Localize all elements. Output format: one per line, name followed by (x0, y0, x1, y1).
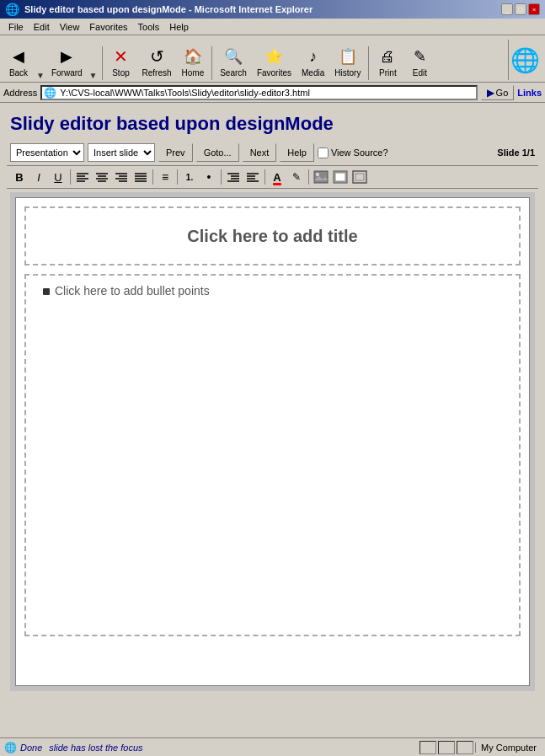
maximize-button[interactable]: □ (515, 3, 526, 15)
italic-button[interactable]: I (29, 168, 48, 186)
slide-info: Slide 1/1 (497, 147, 535, 158)
bold-button[interactable]: B (10, 168, 29, 186)
favorites-button[interactable]: ⭐ Favorites (253, 38, 296, 80)
format-toolbar: B I U ≡ 1. • A ✎ (7, 165, 538, 189)
status-bar: 🌐 Done slide has lost the focus My Compu… (0, 737, 545, 756)
stop-button[interactable]: ✕ Stop (106, 38, 136, 80)
edit-button[interactable]: ✎ Edit (404, 38, 435, 80)
next-button[interactable]: Next (243, 143, 277, 162)
close-button[interactable]: × (528, 3, 540, 15)
img2-button[interactable] (331, 168, 350, 186)
links-button[interactable]: Links (517, 88, 542, 98)
fmt-sep-3 (177, 169, 178, 185)
prev-button[interactable]: Prev (158, 143, 193, 162)
fmt-sep-5 (264, 169, 265, 185)
align-right-icon (115, 172, 127, 182)
back-button[interactable]: ◀ Back (3, 38, 34, 80)
indent-button[interactable] (224, 168, 243, 186)
menu-view[interactable]: View (55, 20, 85, 34)
status-indicators (419, 741, 473, 754)
history-icon: 📋 (338, 46, 358, 67)
window-controls: _ □ × (501, 3, 540, 15)
menu-help[interactable]: Help (164, 20, 194, 34)
status-done: Done (20, 743, 42, 753)
refresh-button[interactable]: ↺ Refresh (138, 38, 176, 80)
img3-button[interactable] (350, 168, 369, 186)
svg-rect-30 (355, 174, 364, 180)
minimize-button[interactable]: _ (501, 3, 513, 15)
slide-content-box[interactable]: Click here to add bullet points (24, 274, 521, 636)
title-bar: 🌐 Slidy editor based upon designMode - M… (0, 0, 545, 19)
back-arrow[interactable]: ▼ (35, 71, 45, 80)
status-ind-2 (438, 741, 455, 754)
slide-area[interactable]: Click here to add title Click here to ad… (15, 197, 530, 686)
view-source-checkbox-label[interactable]: View Source? (318, 147, 388, 158)
home-button[interactable]: 🏠 Home (178, 38, 209, 80)
justify-icon (135, 172, 147, 182)
history-button[interactable]: 📋 History (330, 38, 365, 80)
hr-button[interactable]: ≡ (156, 168, 174, 186)
align-center-button[interactable] (93, 168, 111, 186)
fmt-sep-4 (221, 169, 222, 185)
address-label: Address (3, 88, 37, 98)
fmt-sep-2 (152, 169, 153, 185)
help-button[interactable]: Help (280, 143, 314, 162)
go-button[interactable]: ▶ Go (481, 85, 515, 100)
image3-icon (352, 170, 367, 184)
address-input[interactable]: 🌐 Y:\CVS-local\WWW\Talks\Tools\Slidy\edi… (40, 85, 477, 100)
ordered-list-button[interactable]: 1. (180, 168, 199, 186)
status-ind-3 (457, 741, 473, 754)
insert-slide-select[interactable]: Insert slide (88, 143, 155, 162)
ie-toolbar: ◀ Back ▼ ▶ Forward ▼ ✕ Stop ↺ Refresh 🏠 … (0, 35, 545, 83)
print-button[interactable]: 🖨 Print (372, 38, 403, 80)
svg-rect-28 (335, 173, 345, 181)
svg-rect-24 (314, 171, 328, 183)
slide-editor: Click here to add title Click here to ad… (10, 192, 535, 691)
menu-favorites[interactable]: Favorites (84, 20, 132, 34)
menu-tools[interactable]: Tools (133, 20, 165, 34)
view-source-label: View Source? (331, 147, 388, 158)
unordered-list-button[interactable]: • (200, 168, 218, 186)
toolbar-sep-3 (368, 46, 369, 80)
outdent-button[interactable] (243, 168, 262, 186)
highlight-button[interactable]: ✎ (287, 168, 306, 186)
status-zone: My Computer (475, 743, 542, 753)
slide-title-placeholder[interactable]: Click here to add title (187, 227, 357, 246)
bullet-dot (43, 288, 50, 295)
justify-button[interactable] (131, 168, 150, 186)
search-button[interactable]: 🔍 Search (216, 38, 251, 80)
img1-button[interactable] (312, 168, 330, 186)
media-button[interactable]: ♪ Media (297, 38, 329, 80)
goto-button[interactable]: Goto... (196, 143, 239, 162)
go-arrow-icon: ▶ (487, 87, 494, 99)
window-title: Slidy editor based upon designMode - Mic… (24, 4, 313, 14)
address-value: Y:\CVS-local\WWW\Talks\Tools\Slidy\edito… (60, 88, 309, 98)
view-source-checkbox[interactable] (318, 147, 329, 158)
media-icon: ♪ (303, 46, 323, 67)
forward-arrow[interactable]: ▼ (88, 71, 99, 80)
forward-icon: ▶ (56, 46, 77, 67)
menu-edit[interactable]: Edit (29, 20, 55, 34)
underline-button[interactable]: U (49, 168, 67, 186)
slide-content-placeholder[interactable]: Click here to add bullet points (55, 284, 210, 298)
align-right-button[interactable] (112, 168, 131, 186)
fmt-sep-1 (70, 169, 71, 185)
font-color-button[interactable]: A (268, 168, 286, 186)
fmt-sep-6 (308, 169, 309, 185)
indent-icon (227, 172, 239, 182)
align-left-button[interactable] (73, 168, 92, 186)
status-right: My Computer (419, 741, 542, 754)
align-left-icon (77, 172, 88, 182)
print-icon: 🖨 (377, 46, 398, 67)
toolbar-sep-1 (102, 46, 103, 80)
presentation-select[interactable]: Presentation (10, 143, 84, 162)
status-message: slide has lost the focus (49, 743, 142, 753)
forward-button[interactable]: ▶ Forward (47, 38, 87, 80)
align-center-icon (96, 172, 108, 182)
outdent-icon (247, 172, 259, 182)
favorites-icon: ⭐ (264, 46, 284, 67)
font-color-icon: A (273, 171, 281, 184)
slide-title-box[interactable]: Click here to add title (24, 206, 521, 265)
menu-bar: File Edit View Favorites Tools Help (0, 19, 545, 35)
menu-file[interactable]: File (3, 20, 29, 34)
